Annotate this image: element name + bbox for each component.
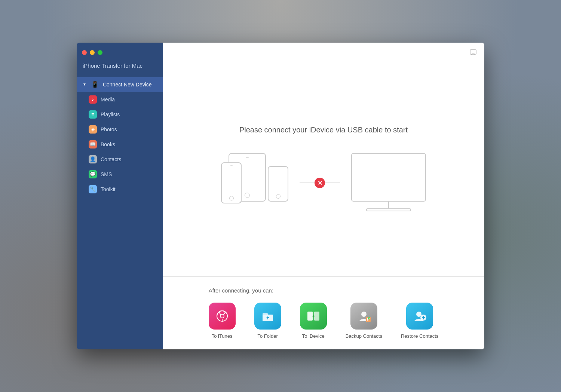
device-illustration: ✕	[221, 153, 426, 213]
contacts-icon: 👤	[89, 155, 97, 163]
toolkit-icon: 🔧	[89, 185, 97, 193]
app-title: iPhone Transfer for Mac	[77, 62, 163, 77]
connect-section: Please connect your iDevice via USB cabl…	[163, 62, 484, 276]
sidebar-item-books[interactable]: 📖 Books	[83, 137, 163, 152]
sidebar-item-connect-new-device[interactable]: ▼ 📱 Connect New Device	[77, 77, 163, 92]
connect-device-label: Connect New Device	[103, 82, 152, 88]
contacts-label: Contacts	[101, 156, 121, 162]
disconnect-icon: ✕	[315, 178, 325, 188]
to-itunes-icon	[209, 303, 236, 330]
backup-contacts-label: Backup Contacts	[346, 333, 382, 339]
svg-rect-4	[263, 313, 268, 315]
photos-label: Photos	[101, 126, 117, 132]
photos-icon: ◈	[89, 125, 97, 134]
to-folder-icon	[254, 303, 281, 330]
message-icon[interactable]	[468, 47, 478, 58]
close-button[interactable]	[82, 50, 87, 55]
monitor-base	[366, 208, 411, 211]
sidebar-item-media[interactable]: ♪ Media	[83, 92, 163, 107]
restore-contacts-label: Restore Contacts	[401, 333, 438, 339]
connection-line: ✕	[300, 178, 340, 188]
restore-contacts-icon	[406, 303, 433, 330]
sidebar: iPhone Transfer for Mac ▼ 📱 Connect New …	[77, 43, 163, 349]
sms-label: SMS	[101, 171, 112, 177]
app-window: iPhone Transfer for Mac ▼ 📱 Connect New …	[77, 43, 484, 349]
maximize-button[interactable]	[98, 50, 102, 55]
feature-item-backup-contacts[interactable]: Backup Contacts	[346, 303, 382, 339]
sidebar-sub-items: ♪ Media ≡ Playlists ◈ Photos 📖 Books 👤	[77, 92, 163, 197]
feature-icons: To iTunes To Folder	[209, 303, 439, 339]
feature-item-to-idevice[interactable]: To iDevice	[300, 303, 327, 339]
sidebar-item-toolkit[interactable]: 🔧 Toolkit	[83, 182, 163, 197]
line-right	[325, 183, 340, 183]
svg-point-11	[416, 312, 421, 317]
to-itunes-label: To iTunes	[212, 333, 233, 339]
svg-point-7	[361, 312, 367, 317]
after-connecting-text: After connecting, you can:	[209, 287, 439, 294]
feature-item-restore-contacts[interactable]: Restore Contacts	[401, 303, 438, 339]
to-idevice-icon	[300, 303, 327, 330]
to-folder-label: To Folder	[258, 333, 278, 339]
playlists-label: Playlists	[101, 111, 120, 117]
monitor-stand	[388, 202, 389, 208]
connect-message: Please connect your iDevice via USB cabl…	[239, 126, 408, 134]
devices-group	[221, 153, 288, 213]
sms-icon: 💬	[89, 170, 97, 178]
playlists-icon: ≡	[89, 110, 97, 119]
svg-rect-0	[470, 50, 476, 54]
sidebar-nav: ▼ 📱 Connect New Device ♪ Media ≡ Playlis…	[77, 77, 163, 350]
toolkit-label: Toolkit	[101, 186, 116, 192]
sidebar-item-sms[interactable]: 💬 SMS	[83, 167, 163, 182]
device-icon: 📱	[91, 80, 99, 89]
media-label: Media	[101, 97, 115, 102]
sidebar-item-photos[interactable]: ◈ Photos	[83, 122, 163, 137]
bottom-section: After connecting, you can:	[194, 277, 454, 349]
iphone2-outline	[268, 166, 288, 202]
svg-rect-5	[307, 312, 313, 321]
svg-rect-6	[314, 312, 319, 321]
minimize-button[interactable]	[90, 50, 95, 55]
sidebar-item-contacts[interactable]: 👤 Contacts	[83, 152, 163, 167]
books-icon: 📖	[89, 140, 97, 148]
books-label: Books	[101, 141, 115, 147]
feature-item-to-folder[interactable]: To Folder	[254, 303, 281, 339]
main-header	[163, 43, 484, 62]
line-left	[300, 183, 315, 183]
to-idevice-label: To iDevice	[302, 333, 325, 339]
main-body: Please connect your iDevice via USB cabl…	[163, 62, 484, 349]
main-content: Please connect your iDevice via USB cabl…	[163, 43, 484, 349]
backup-contacts-icon	[350, 303, 377, 330]
iphone-outline	[221, 162, 242, 203]
sidebar-item-playlists[interactable]: ≡ Playlists	[83, 107, 163, 122]
titlebar	[77, 43, 163, 62]
feature-item-to-itunes[interactable]: To iTunes	[209, 303, 236, 339]
monitor-screen	[351, 153, 426, 202]
expand-arrow-icon: ▼	[83, 82, 86, 86]
media-icon: ♪	[89, 95, 97, 104]
monitor-outline	[351, 153, 426, 213]
svg-point-10	[368, 317, 370, 319]
